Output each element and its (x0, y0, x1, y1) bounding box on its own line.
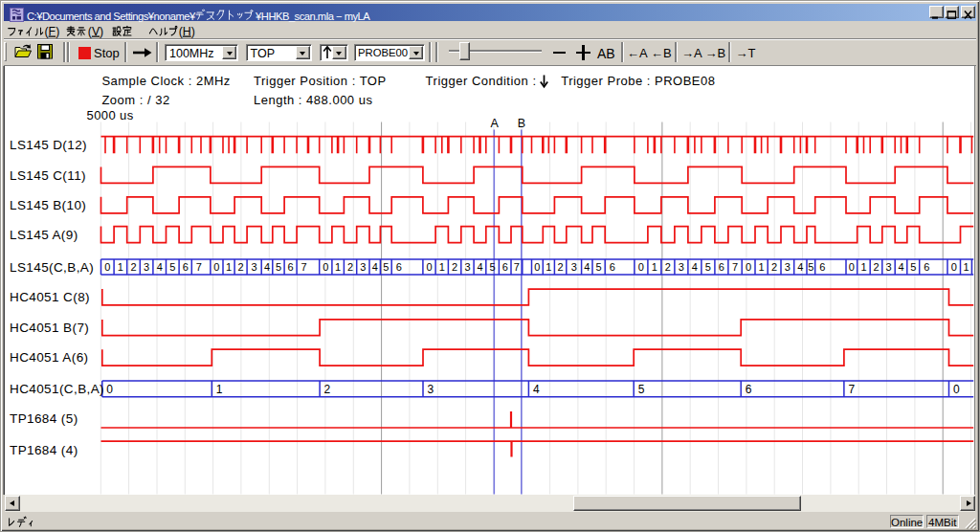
svg-text:3: 3 (885, 261, 891, 273)
svg-text:0: 0 (638, 261, 644, 273)
svg-text:2: 2 (347, 261, 353, 273)
svg-text:1: 1 (335, 261, 341, 273)
svg-text:5: 5 (910, 261, 916, 273)
svg-text:2: 2 (324, 383, 331, 396)
svg-text:0: 0 (106, 383, 113, 396)
svg-text:5: 5 (383, 261, 389, 273)
svg-text:5: 5 (490, 261, 496, 273)
svg-text:5: 5 (276, 261, 281, 273)
svg-text:3: 3 (464, 261, 470, 273)
svg-text:2: 2 (771, 261, 777, 273)
svg-text:4: 4 (477, 261, 482, 273)
svg-text:A: A (490, 117, 499, 130)
svg-text:0: 0 (951, 261, 957, 273)
svg-text:0: 0 (746, 261, 751, 273)
svg-text:LS145 A(9): LS145 A(9) (10, 228, 78, 242)
svg-text:0: 0 (534, 261, 540, 273)
svg-text:3: 3 (360, 261, 366, 273)
svg-text:Zoom : / 32: Zoom : / 32 (101, 93, 169, 107)
svg-text:5: 5 (808, 261, 813, 273)
svg-text:1: 1 (860, 261, 866, 273)
svg-text:0: 0 (213, 261, 219, 273)
svg-text:HC4051(C,B,A): HC4051(C,B,A) (10, 382, 104, 396)
svg-text:3: 3 (252, 261, 257, 273)
svg-text:Sample Clock : 2MHz: Sample Clock : 2MHz (101, 74, 230, 88)
svg-text:1: 1 (216, 383, 223, 396)
svg-text:3: 3 (428, 383, 434, 396)
svg-text:6: 6 (819, 261, 825, 273)
svg-text:7: 7 (848, 383, 855, 396)
svg-text:1: 1 (226, 261, 232, 273)
svg-text:7: 7 (301, 261, 307, 273)
svg-text:6: 6 (719, 261, 724, 273)
svg-text:1: 1 (439, 261, 445, 273)
svg-text:0: 0 (849, 261, 855, 273)
svg-text:4: 4 (584, 261, 590, 273)
svg-text:1: 1 (759, 261, 765, 273)
svg-text:6: 6 (183, 261, 189, 273)
svg-text:0: 0 (104, 261, 110, 273)
svg-text:6: 6 (502, 261, 508, 273)
svg-text:0: 0 (426, 261, 432, 273)
svg-text:0: 0 (323, 261, 328, 273)
svg-text:Trigger Probe : PROBE08: Trigger Probe : PROBE08 (561, 74, 715, 88)
svg-text:7: 7 (514, 261, 520, 273)
svg-text:6: 6 (924, 261, 929, 273)
svg-text:4: 4 (533, 383, 540, 396)
svg-text:Trigger Condition :: Trigger Condition : (426, 74, 537, 88)
svg-text:1: 1 (963, 261, 969, 273)
svg-text:LS145 B(10): LS145 B(10) (10, 198, 86, 212)
svg-text:LS145(C,B,A): LS145(C,B,A) (10, 260, 94, 275)
svg-text:1: 1 (546, 261, 551, 273)
svg-text:4: 4 (898, 261, 903, 273)
svg-text:5: 5 (705, 261, 711, 273)
svg-text:5000 us: 5000 us (87, 108, 134, 122)
svg-text:3: 3 (571, 261, 577, 273)
svg-text:2: 2 (130, 261, 136, 273)
svg-text:HC4051 A(6): HC4051 A(6) (10, 350, 88, 365)
svg-text:7: 7 (732, 261, 738, 273)
svg-text:6: 6 (396, 261, 402, 273)
svg-text:1: 1 (652, 261, 657, 273)
svg-text:5: 5 (596, 261, 602, 273)
svg-text:Trigger Position : TOP: Trigger Position : TOP (254, 74, 387, 88)
svg-text:5: 5 (638, 383, 645, 396)
svg-text:LS145 D(12): LS145 D(12) (10, 138, 87, 152)
svg-text:4: 4 (692, 261, 698, 273)
svg-text:7: 7 (196, 261, 202, 273)
svg-text:5: 5 (169, 261, 175, 273)
svg-text:4: 4 (157, 261, 163, 273)
svg-text:2: 2 (873, 261, 879, 273)
svg-text:4: 4 (264, 261, 270, 273)
svg-text:2: 2 (452, 261, 457, 273)
svg-text:TP1684 (5): TP1684 (5) (10, 411, 78, 426)
svg-text:2: 2 (665, 261, 671, 273)
svg-text:LS145 C(11): LS145 C(11) (10, 168, 86, 183)
svg-text:2: 2 (558, 261, 564, 273)
svg-text:3: 3 (785, 261, 791, 273)
svg-text:6: 6 (288, 261, 294, 273)
svg-text:Length : 488.000 us: Length : 488.000 us (254, 93, 372, 107)
svg-text:4: 4 (797, 261, 803, 273)
svg-text:2: 2 (238, 261, 244, 273)
svg-text:6: 6 (610, 261, 615, 273)
svg-text:3: 3 (144, 261, 149, 273)
svg-text:4: 4 (372, 261, 378, 273)
svg-text:B: B (518, 117, 525, 130)
svg-text:HC4051 B(7): HC4051 B(7) (10, 321, 89, 335)
svg-text:6: 6 (746, 383, 752, 396)
svg-text:TP1684 (4): TP1684 (4) (10, 443, 78, 457)
svg-text:HC4051 C(8): HC4051 C(8) (10, 290, 90, 304)
svg-text:0: 0 (953, 383, 960, 396)
svg-text:1: 1 (118, 261, 123, 273)
svg-text:3: 3 (679, 261, 684, 273)
